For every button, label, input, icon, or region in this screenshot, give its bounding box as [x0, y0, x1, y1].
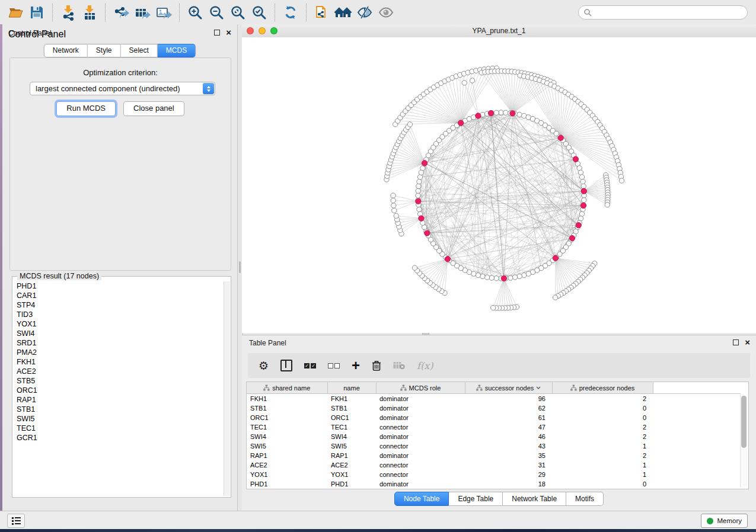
clone-network-button[interactable] [311, 2, 333, 23]
table-scrollbar-thumb[interactable] [741, 396, 747, 448]
network-window-titlebar[interactable]: YPA_prune.txt_1 [242, 24, 756, 38]
close-panel-button[interactable]: Close panel [123, 101, 184, 116]
tab-network-table[interactable]: Network Table [503, 492, 566, 506]
graph-leaf-node[interactable] [605, 202, 610, 207]
mcds-result-item[interactable]: TEC1 [13, 424, 224, 433]
table-settings-gear-icon[interactable]: ⚙ [259, 358, 269, 373]
memory-button[interactable]: Memory [701, 514, 748, 528]
graph-node[interactable] [579, 211, 584, 216]
tab-select[interactable]: Select [121, 44, 158, 57]
graph-mcds-node[interactable] [576, 223, 581, 228]
mcds-result-item[interactable]: PHD1 [13, 281, 224, 291]
network-canvas[interactable] [242, 37, 756, 333]
mcds-result-item[interactable]: STB5 [13, 376, 224, 386]
mcds-result-item[interactable]: SWI4 [13, 329, 224, 338]
task-history-button[interactable] [7, 514, 25, 528]
graph-node[interactable] [417, 207, 422, 211]
delete-column-icon[interactable] [372, 358, 381, 373]
table-row[interactable]: SWI4SWI4dominator462 [247, 432, 741, 441]
table-row[interactable]: STB1STB1dominator620 [247, 403, 741, 413]
graph-node[interactable] [508, 275, 512, 280]
graph-leaf-node[interactable] [619, 178, 624, 183]
graph-node[interactable] [416, 188, 420, 193]
graph-mcds-node[interactable] [553, 255, 558, 261]
graph-node[interactable] [484, 275, 489, 280]
float-panel-icon[interactable] [214, 30, 220, 36]
deselect-all-icon[interactable] [328, 358, 340, 373]
mcds-result-item[interactable]: ACE2 [13, 367, 224, 376]
zoom-selected-button[interactable] [248, 2, 270, 23]
graph-leaf-node[interactable] [392, 208, 397, 213]
table-row[interactable]: TEC1TEC1connector472 [247, 422, 741, 432]
open-file-button[interactable] [5, 2, 26, 23]
criterion-select[interactable]: largest connected component (undirected) [30, 82, 215, 95]
graph-mcds-node[interactable] [458, 120, 464, 126]
mcds-result-item[interactable]: YOX1 [13, 319, 224, 329]
node-table[interactable]: shared namenameMCDS rolesuccessor nodesp… [246, 382, 749, 489]
mcds-result-item[interactable]: STB1 [13, 405, 224, 414]
select-all-icon[interactable]: ✓✓ [304, 358, 316, 373]
graph-node[interactable] [579, 175, 584, 180]
import-network-button[interactable] [58, 2, 79, 23]
tab-node-table[interactable]: Node Table [394, 492, 449, 506]
graph-node[interactable] [582, 198, 586, 203]
graph-mcds-node[interactable] [510, 111, 515, 116]
graph-leaf-node[interactable] [407, 122, 412, 127]
graph-node[interactable] [512, 275, 517, 280]
mcds-result-item[interactable]: SWI5 [13, 414, 224, 424]
graph-leaf-node[interactable] [391, 193, 395, 198]
vertical-splitter-handle[interactable] [239, 261, 241, 273]
show-columns-icon[interactable] [280, 358, 292, 373]
tab-mcds[interactable]: MCDS [158, 44, 196, 57]
network-graph[interactable] [242, 37, 756, 333]
graph-mcds-node[interactable] [422, 161, 428, 166]
graph-node[interactable] [522, 273, 527, 277]
column-header-shared-name[interactable]: shared name [247, 382, 327, 394]
graph-mcds-node[interactable] [425, 230, 430, 236]
export-table-button[interactable] [132, 2, 153, 23]
mcds-result-item[interactable]: PMA2 [13, 348, 224, 357]
graph-mcds-node[interactable] [580, 203, 586, 208]
column-header-MCDS-role[interactable]: MCDS role [376, 382, 465, 394]
zoom-out-button[interactable] [206, 2, 227, 23]
mcds-result-item[interactable]: RAP1 [13, 395, 224, 405]
mcds-result-item[interactable]: ORC1 [13, 386, 224, 395]
graph-mcds-node[interactable] [416, 198, 421, 204]
run-mcds-button[interactable]: Run MCDS [56, 101, 116, 116]
tab-edge-table[interactable]: Edge Table [449, 492, 503, 506]
mcds-result-item[interactable]: GCR1 [13, 433, 224, 443]
graph-leaf-node[interactable] [391, 203, 396, 208]
mcds-result-item[interactable]: CAR1 [13, 291, 224, 300]
close-panel-icon[interactable]: × [226, 30, 231, 35]
graph-mcds-node[interactable] [419, 216, 424, 221]
graph-node[interactable] [416, 184, 421, 188]
graph-node[interactable] [417, 175, 422, 180]
search-input[interactable] [578, 5, 748, 20]
graph-node[interactable] [489, 275, 494, 280]
graph-node[interactable] [578, 170, 583, 175]
table-row[interactable]: PHD1PHD1dominator180 [247, 479, 741, 489]
mcds-result-scrollbar[interactable] [224, 281, 230, 496]
table-row[interactable]: FKH1FKH1dominator962 [247, 394, 741, 404]
import-table-button[interactable] [79, 2, 100, 23]
graph-node[interactable] [517, 274, 522, 278]
refresh-button[interactable] [280, 2, 301, 23]
graph-node[interactable] [494, 110, 499, 115]
graph-leaf-node[interactable] [394, 213, 398, 218]
graph-mcds-node[interactable] [476, 113, 481, 118]
hide-selected-button[interactable] [354, 2, 375, 23]
table-header-row[interactable]: shared namenameMCDS rolesuccessor nodesp… [247, 382, 741, 394]
show-eye-button[interactable] [375, 2, 397, 23]
column-header-name[interactable]: name [327, 382, 376, 394]
save-session-button[interactable] [26, 2, 47, 23]
table-row[interactable]: ORC1ORC1dominator610 [247, 413, 741, 422]
mcds-result-item[interactable]: SRD1 [13, 338, 224, 348]
zoom-fit-button[interactable] [227, 2, 248, 23]
export-network-button[interactable] [110, 2, 132, 23]
table-scrollbar[interactable] [740, 395, 747, 488]
show-all-networks-button[interactable] [333, 2, 354, 23]
graph-node[interactable] [503, 110, 508, 115]
graph-leaf-node[interactable] [491, 305, 496, 310]
graph-node[interactable] [517, 112, 522, 117]
tab-style[interactable]: Style [88, 44, 121, 57]
